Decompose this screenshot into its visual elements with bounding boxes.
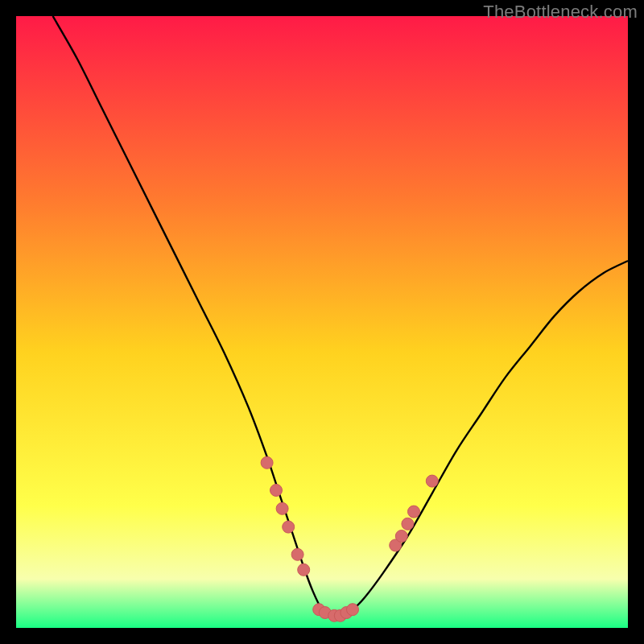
curve-marker xyxy=(283,521,295,533)
curve-marker xyxy=(426,475,438,487)
curve-marker xyxy=(298,564,310,576)
curve-marker xyxy=(408,506,420,518)
curve-marker xyxy=(276,502,288,514)
curve-marker xyxy=(395,530,407,543)
watermark-text: TheBottleneck.com xyxy=(483,2,638,23)
curve-marker xyxy=(270,485,283,497)
curve-marker xyxy=(261,456,273,469)
gradient-background xyxy=(16,16,628,628)
chart-frame xyxy=(16,16,628,628)
curve-marker xyxy=(347,604,359,616)
curve-marker xyxy=(291,548,303,560)
curve-marker xyxy=(402,518,414,530)
bottleneck-chart xyxy=(16,16,628,628)
